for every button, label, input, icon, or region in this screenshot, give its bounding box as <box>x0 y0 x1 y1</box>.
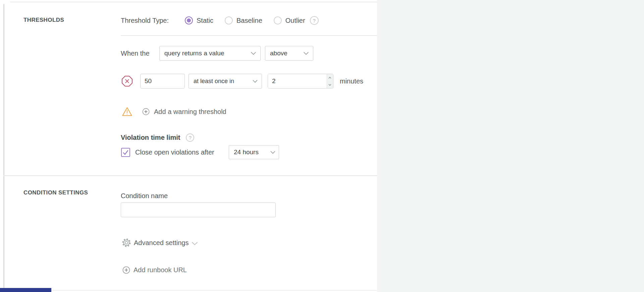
chevron-down-icon <box>192 242 198 245</box>
outlier-help-icon[interactable]: ? <box>310 16 319 25</box>
stepper-up-button[interactable] <box>327 74 333 81</box>
condition-name-input-row <box>121 202 276 217</box>
threshold-type-label: Threshold Type: <box>121 17 185 24</box>
operator-dropdown[interactable]: above <box>265 46 313 61</box>
condition-name-input[interactable] <box>121 202 276 217</box>
operator-dropdown-value: above <box>270 50 287 57</box>
violation-time-limit-heading: Violation time limit <box>121 134 180 141</box>
chevron-down-icon <box>270 151 275 154</box>
stepper-down-button[interactable] <box>327 81 333 88</box>
radio-static[interactable] <box>185 16 193 24</box>
condition-name-label: Condition name <box>121 192 168 200</box>
critical-octagon-icon <box>121 75 133 87</box>
close-violations-label: Close open violations after <box>135 149 229 156</box>
plus-circle-icon <box>142 108 150 115</box>
gear-icon <box>121 238 131 248</box>
chevron-down-icon <box>251 52 256 55</box>
duration-unit-label: minutes <box>340 77 363 85</box>
video-progress-bar <box>0 288 51 292</box>
duration-value-input[interactable] <box>268 74 327 88</box>
plus-circle-icon <box>122 266 130 274</box>
critical-threshold-row: at least once in minutes <box>121 74 363 89</box>
radio-outlier[interactable] <box>274 16 282 24</box>
add-runbook-row[interactable]: Add runbook URL <box>122 265 187 275</box>
radio-baseline[interactable] <box>225 16 233 24</box>
when-the-label: When the <box>121 50 159 57</box>
radio-static-label[interactable]: Static <box>197 17 213 24</box>
left-edge-rail <box>3 4 4 292</box>
caret-up-icon <box>328 77 331 79</box>
query-type-dropdown[interactable]: query returns a value <box>159 46 261 61</box>
add-runbook-label: Add runbook URL <box>133 266 187 274</box>
advanced-settings-row[interactable]: Advanced settings <box>121 237 198 248</box>
add-warning-link[interactable]: Add a warning threshold <box>154 108 226 116</box>
duration-input-group <box>268 74 333 89</box>
close-violations-checkbox[interactable] <box>121 148 130 157</box>
checkmark-icon <box>122 149 129 156</box>
thresholds-section-label: THRESHOLDS <box>23 17 64 23</box>
violation-help-icon[interactable]: ? <box>186 133 194 142</box>
violation-duration-dropdown[interactable]: 24 hours <box>229 145 279 159</box>
radio-outlier-label[interactable]: Outlier <box>285 17 305 24</box>
violation-time-limit-row: Violation time limit ? <box>121 133 194 142</box>
panel-bottom-divider <box>3 290 377 291</box>
violation-duration-value: 24 hours <box>234 149 259 156</box>
section-top-divider <box>10 2 377 2</box>
threshold-type-divider <box>121 35 377 36</box>
condition-settings-section-label: CONDITION SETTINGS <box>23 189 88 196</box>
warning-triangle-icon <box>122 107 132 117</box>
when-the-row: When the query returns a value above <box>121 46 313 61</box>
duration-stepper <box>327 74 333 88</box>
condition-name-row: Condition name <box>121 192 168 200</box>
occurrence-dropdown-value: at least once in <box>194 78 234 85</box>
radio-baseline-label[interactable]: Baseline <box>236 17 262 24</box>
occurrence-dropdown[interactable]: at least once in <box>189 74 262 89</box>
caret-down-icon <box>328 84 331 86</box>
query-type-dropdown-value: query returns a value <box>164 50 224 57</box>
advanced-settings-label: Advanced settings <box>134 239 189 247</box>
page-background-right <box>377 0 644 292</box>
chevron-down-icon <box>303 52 309 55</box>
add-warning-row: Add a warning threshold <box>122 106 226 118</box>
critical-value-input[interactable] <box>140 74 185 89</box>
close-violations-row: Close open violations after 24 hours <box>121 145 279 160</box>
threshold-type-row: Threshold Type: Static Baseline Outlier … <box>121 15 319 26</box>
section-divider <box>3 175 377 176</box>
chevron-down-icon <box>253 80 258 83</box>
